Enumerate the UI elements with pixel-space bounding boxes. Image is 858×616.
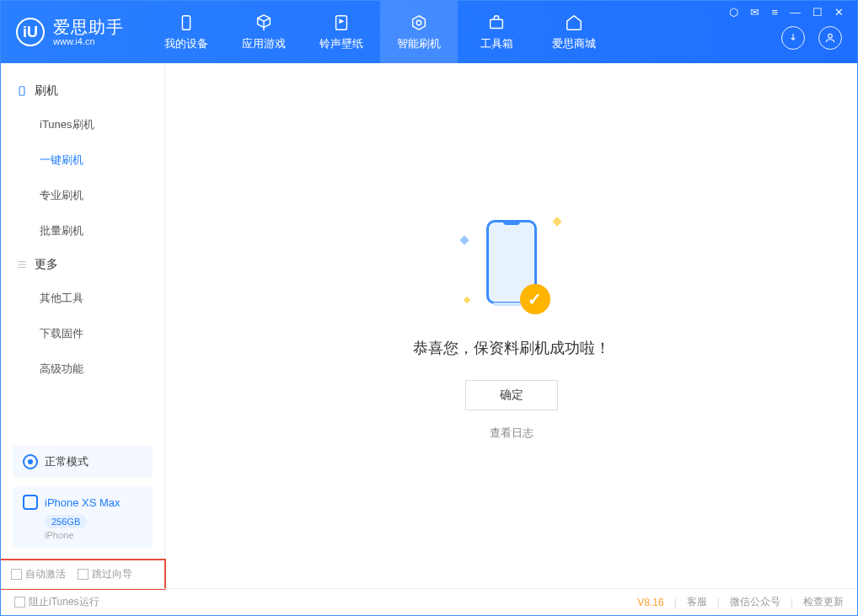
device-capacity: 256GB <box>45 515 87 528</box>
tab-label: 我的设备 <box>164 36 208 51</box>
checkbox-auto-activate[interactable]: 自动激活 <box>11 567 66 581</box>
svg-rect-1 <box>336 16 347 30</box>
tab-smart-flash[interactable]: 智能刷机 <box>380 1 458 63</box>
tab-ringtone-wallpaper[interactable]: 铃声壁纸 <box>303 1 380 63</box>
tab-apps-games[interactable]: 应用游戏 <box>225 1 303 63</box>
music-icon <box>331 13 351 33</box>
checkbox-icon <box>11 569 22 580</box>
svg-point-4 <box>829 34 833 38</box>
tab-label: 爱思商城 <box>552 36 596 51</box>
main-content: ✓ 恭喜您，保资料刷机成功啦！ 确定 查看日志 <box>165 63 857 588</box>
device-type: iPhone <box>45 530 142 540</box>
mode-icon <box>23 454 38 469</box>
checkbox-skip-guide[interactable]: 跳过向导 <box>78 567 132 581</box>
feedback-icon[interactable]: ✉ <box>750 6 759 19</box>
footer-link-support[interactable]: 客服 <box>687 595 707 609</box>
list-icon <box>16 259 28 271</box>
sidebar-item-pro-flash[interactable]: 专业刷机 <box>1 178 164 213</box>
device-box[interactable]: iPhone XS Max 256GB iPhone <box>13 486 153 549</box>
checkbox-block-itunes[interactable]: 阻止iTunes运行 <box>14 595 99 609</box>
ok-button[interactable]: 确定 <box>465 380 558 410</box>
sidebar-item-batch-flash[interactable]: 批量刷机 <box>1 213 164 249</box>
maximize-icon[interactable]: ☐ <box>812 6 823 19</box>
mode-label: 正常模式 <box>45 454 88 469</box>
logo-icon: iU <box>16 18 45 46</box>
divider: | <box>717 597 720 608</box>
app-subtitle: www.i4.cn <box>53 36 124 46</box>
body: 刷机 iTunes刷机 一键刷机 专业刷机 批量刷机 更多 其他工具 下载固件 … <box>1 63 857 588</box>
footer-link-wechat[interactable]: 微信公众号 <box>730 595 780 609</box>
minimize-icon[interactable]: — <box>790 6 801 19</box>
header-circle-buttons <box>781 26 847 63</box>
check-badge-icon: ✓ <box>520 284 550 314</box>
menu-icon[interactable]: ≡ <box>771 6 778 19</box>
mode-box[interactable]: 正常模式 <box>13 446 153 478</box>
divider: | <box>674 597 677 608</box>
download-button[interactable] <box>781 26 805 50</box>
checkbox-icon <box>14 597 25 608</box>
close-icon[interactable]: ✕ <box>834 6 844 19</box>
version-label: V8.16 <box>637 597 663 608</box>
tab-toolbox[interactable]: 工具箱 <box>458 1 535 63</box>
sidebar-item-oneclick-flash[interactable]: 一键刷机 <box>1 142 164 178</box>
device-icon <box>176 13 196 33</box>
cube-icon <box>254 13 274 33</box>
logo-text: 爱思助手 www.i4.cn <box>53 18 124 46</box>
home-icon <box>564 13 584 33</box>
sidebar-item-download-firmware[interactable]: 下载固件 <box>1 316 164 351</box>
sidebar-group-flash: 刷机 <box>1 75 164 107</box>
footer-right: V8.16 | 客服 | 微信公众号 | 检查更新 <box>637 595 844 609</box>
group-title: 刷机 <box>35 83 58 99</box>
refresh-icon <box>409 13 429 33</box>
phone-icon <box>16 85 28 97</box>
app-header: iU 爱思助手 www.i4.cn 我的设备 应用游戏 铃声壁纸 智能刷机 工具… <box>1 1 857 63</box>
checkbox-label: 自动激活 <box>25 567 66 581</box>
footer-left: 阻止iTunes运行 <box>14 595 99 609</box>
success-message: 恭喜您，保资料刷机成功啦！ <box>413 338 610 358</box>
device-name: iPhone XS Max <box>45 496 121 509</box>
sparkle-icon <box>463 296 469 303</box>
checkbox-label: 阻止iTunes运行 <box>29 595 99 609</box>
sidebar-bottom-options: 自动激活 跳过向导 <box>0 559 166 590</box>
phone-notch-icon <box>503 220 520 225</box>
divider: | <box>791 597 793 608</box>
logo[interactable]: iU 爱思助手 www.i4.cn <box>1 18 139 46</box>
sidebar-group-more: 更多 <box>1 249 164 281</box>
device-icon <box>23 495 38 510</box>
toolbox-icon <box>486 13 507 33</box>
tab-my-device[interactable]: 我的设备 <box>147 1 225 63</box>
app-title: 爱思助手 <box>53 18 124 36</box>
tab-label: 应用游戏 <box>242 36 286 51</box>
tab-label: 工具箱 <box>480 36 513 51</box>
sparkle-icon <box>459 235 469 244</box>
footer-link-update[interactable]: 检查更新 <box>803 595 844 609</box>
sidebar-item-itunes-flash[interactable]: iTunes刷机 <box>1 107 164 142</box>
sidebar-item-advanced[interactable]: 高级功能 <box>1 351 164 387</box>
checkbox-label: 跳过向导 <box>92 567 132 581</box>
footer: 阻止iTunes运行 V8.16 | 客服 | 微信公众号 | 检查更新 <box>1 588 857 615</box>
tab-store[interactable]: 爱思商城 <box>535 1 613 63</box>
svg-point-2 <box>416 20 421 25</box>
tab-label: 铃声壁纸 <box>319 36 363 51</box>
sidebar-scroll: 刷机 iTunes刷机 一键刷机 专业刷机 批量刷机 更多 其他工具 下载固件 … <box>1 63 164 446</box>
checkbox-icon <box>78 569 88 580</box>
group-title: 更多 <box>35 257 58 272</box>
user-button[interactable] <box>818 26 842 50</box>
success-illustration: ✓ <box>453 212 571 321</box>
tab-label: 智能刷机 <box>397 36 441 51</box>
window-controls: ⬡ ✉ ≡ — ☐ ✕ <box>729 1 847 19</box>
skin-icon[interactable]: ⬡ <box>729 6 738 19</box>
sidebar: 刷机 iTunes刷机 一键刷机 专业刷机 批量刷机 更多 其他工具 下载固件 … <box>1 63 165 588</box>
svg-rect-3 <box>491 19 503 28</box>
header-right: ⬡ ✉ ≡ — ☐ ✕ <box>729 1 847 63</box>
nav-tabs: 我的设备 应用游戏 铃声壁纸 智能刷机 工具箱 爱思商城 <box>147 1 613 63</box>
svg-rect-5 <box>19 87 24 96</box>
sidebar-item-other-tools[interactable]: 其他工具 <box>1 281 164 316</box>
view-log-link[interactable]: 查看日志 <box>490 426 534 441</box>
sparkle-icon <box>552 217 561 226</box>
svg-rect-0 <box>182 16 190 30</box>
